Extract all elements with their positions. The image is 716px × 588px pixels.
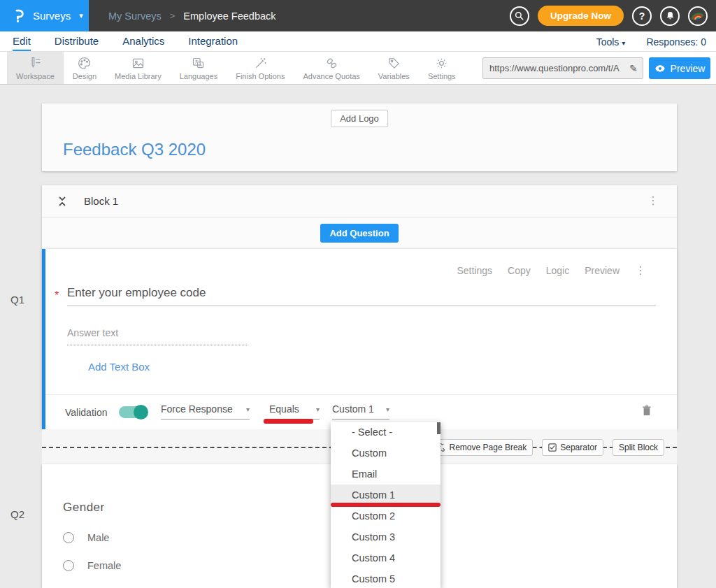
radio-icon[interactable] bbox=[63, 532, 74, 543]
svg-text:A: A bbox=[199, 62, 203, 67]
radio-option: Male bbox=[63, 532, 109, 543]
toggle-knob bbox=[134, 405, 148, 420]
dropdown-item-custom-3[interactable]: Custom 3 bbox=[331, 526, 441, 547]
preview-button[interactable]: Preview bbox=[649, 57, 710, 79]
notifications-button[interactable] bbox=[660, 6, 680, 26]
tab-distribute[interactable]: Distribute bbox=[55, 31, 99, 51]
question-1-margin-label: Q1 bbox=[10, 294, 24, 306]
tabs-group: Edit Distribute Analytics Integration bbox=[0, 31, 262, 51]
trash-icon[interactable] bbox=[642, 405, 652, 416]
toolbar-item-variables[interactable]: Variables bbox=[369, 52, 419, 84]
option-label[interactable]: Female bbox=[87, 560, 121, 571]
remove-page-break-button[interactable]: Remove Page Break bbox=[431, 439, 534, 456]
validation-label: Validation bbox=[65, 407, 107, 418]
questionpro-survey-editor: Surveys ▾ My Surveys > Employee Feedback… bbox=[0, 0, 716, 588]
tab-integration[interactable]: Integration bbox=[188, 31, 238, 51]
block-title[interactable]: Block 1 bbox=[84, 195, 118, 207]
question-actions: Settings Copy Logic Preview ⋮ bbox=[457, 265, 646, 276]
palette-icon bbox=[77, 55, 92, 71]
kebab-icon[interactable]: ⋮ bbox=[647, 195, 659, 206]
toolbar-item-settings[interactable]: Settings bbox=[419, 52, 465, 84]
operator-select[interactable]: Equals ▾ bbox=[269, 403, 320, 420]
chain-icon bbox=[324, 55, 339, 71]
nav-right-group: Tools▾ Responses: 0 bbox=[596, 31, 706, 52]
breadcrumb-separator: > bbox=[170, 10, 176, 21]
survey-url-field: ✎ bbox=[482, 57, 643, 79]
tab-analytics[interactable]: Analytics bbox=[122, 31, 164, 51]
separator-button[interactable]: Separator bbox=[542, 439, 603, 456]
product-menu-label: Surveys bbox=[33, 10, 71, 22]
gear-icon bbox=[434, 55, 449, 71]
add-question-row: Add Question bbox=[42, 217, 677, 248]
toolbar-item-design[interactable]: Design bbox=[64, 52, 106, 84]
answer-text-placeholder[interactable]: Answer text bbox=[67, 327, 118, 338]
kebab-icon[interactable]: ⋮ bbox=[635, 265, 646, 276]
checkbox-icon bbox=[548, 443, 557, 452]
dropdown-item-custom-4[interactable]: Custom 4 bbox=[331, 547, 441, 568]
answer-input-line bbox=[67, 345, 247, 345]
search-icon bbox=[514, 10, 524, 21]
user-avatar[interactable] bbox=[688, 6, 708, 26]
block-header: Block 1 ⋮ bbox=[42, 185, 677, 217]
breadcrumb-parent[interactable]: My Surveys bbox=[108, 10, 162, 22]
dropdown-item-custom-5[interactable]: Custom 5 bbox=[331, 568, 441, 588]
chevron-down-icon: ▾ bbox=[386, 406, 389, 413]
chevron-down-icon: ▾ bbox=[79, 11, 83, 20]
toolbar-item-languages[interactable]: A Languages bbox=[171, 52, 227, 84]
survey-title[interactable]: Feedback Q3 2020 bbox=[63, 140, 206, 159]
bell-icon bbox=[665, 10, 675, 21]
validation-toggle[interactable] bbox=[119, 406, 147, 418]
dropdown-item-select[interactable]: - Select - bbox=[331, 422, 441, 443]
question-settings-link[interactable]: Settings bbox=[457, 265, 492, 276]
breadcrumb: My Surveys > Employee Feedback bbox=[108, 10, 276, 22]
chevron-down-icon: ▾ bbox=[622, 39, 625, 47]
annotation-underline-custom-1 bbox=[331, 503, 441, 507]
radio-option: Female bbox=[63, 560, 121, 571]
tag-icon bbox=[387, 55, 401, 71]
toolbar-item-advance-quotas[interactable]: Advance Quotas bbox=[294, 52, 368, 84]
chevron-down-icon: ▾ bbox=[316, 406, 320, 413]
split-block-button[interactable]: Split Block bbox=[613, 439, 664, 456]
eye-icon bbox=[654, 63, 666, 74]
wand-icon bbox=[253, 55, 268, 71]
chevron-down-icon: ▾ bbox=[246, 406, 250, 413]
tab-edit[interactable]: Edit bbox=[13, 31, 31, 51]
responses-count[interactable]: Responses: 0 bbox=[646, 36, 706, 48]
add-question-button[interactable]: Add Question bbox=[320, 224, 398, 243]
question-text[interactable]: Enter your employee code bbox=[67, 286, 206, 300]
help-button[interactable]: ? bbox=[632, 6, 652, 26]
dropdown-item-custom[interactable]: Custom bbox=[331, 443, 441, 464]
radio-icon[interactable] bbox=[63, 560, 74, 571]
question-preview-link[interactable]: Preview bbox=[585, 265, 620, 276]
dropdown-item-email[interactable]: Email bbox=[331, 464, 441, 485]
dropdown-scrollbar[interactable] bbox=[437, 422, 441, 434]
question-text[interactable]: Gender bbox=[63, 501, 105, 515]
upgrade-now-button[interactable]: Upgrade Now bbox=[538, 6, 624, 26]
dropdown-item-custom-2[interactable]: Custom 2 bbox=[331, 505, 441, 526]
question-logic-link[interactable]: Logic bbox=[546, 265, 569, 276]
tools-menu[interactable]: Tools▾ bbox=[596, 36, 626, 48]
survey-header-card: Add Logo Feedback Q3 2020 bbox=[42, 103, 677, 171]
product-switcher[interactable]: Surveys ▾ bbox=[0, 0, 89, 31]
block-card: Block 1 ⋮ Add Question bbox=[42, 185, 677, 249]
option-label[interactable]: Male bbox=[87, 532, 109, 543]
search-button[interactable] bbox=[510, 6, 529, 26]
toolbar-item-media-library[interactable]: Media Library bbox=[106, 52, 171, 84]
top-bar: Surveys ▾ My Surveys > Employee Feedback… bbox=[0, 0, 716, 31]
force-response-select[interactable]: Force Response ▾ bbox=[161, 403, 250, 420]
page-break-buttons: Remove Page Break Separator Split Block bbox=[431, 439, 664, 456]
collapse-icon[interactable] bbox=[57, 196, 67, 207]
add-logo-button[interactable]: Add Logo bbox=[331, 110, 388, 127]
survey-url-input[interactable] bbox=[483, 63, 629, 73]
pencil-icon[interactable]: ✎ bbox=[629, 63, 643, 74]
question-2-margin-label: Q2 bbox=[10, 508, 24, 520]
survey-nav-tabs: Edit Distribute Analytics Integration To… bbox=[0, 31, 716, 52]
add-text-box-link[interactable]: Add Text Box bbox=[88, 361, 150, 373]
toolbar-item-workspace[interactable]: Workspace bbox=[7, 52, 64, 84]
pattern-select[interactable]: Custom 1 ▾ bbox=[332, 403, 389, 420]
question-copy-link[interactable]: Copy bbox=[508, 265, 531, 276]
questionpro-logo bbox=[11, 8, 26, 23]
translate-icon: A bbox=[191, 55, 206, 71]
toolbar-item-finish-options[interactable]: Finish Options bbox=[227, 52, 294, 84]
question-1-card: Settings Copy Logic Preview ⋮ * Enter yo… bbox=[42, 249, 677, 429]
